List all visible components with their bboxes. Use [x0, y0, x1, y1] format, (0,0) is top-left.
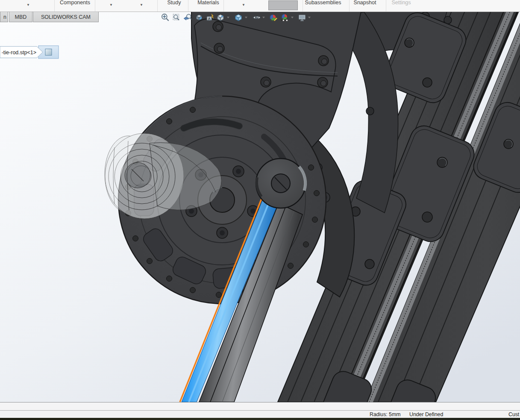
svg-text:A: A: [208, 17, 211, 21]
ribbon-separator: [188, 0, 188, 12]
view-settings-icon[interactable]: [297, 13, 307, 22]
ribbon: Components Study Materials Subassemblies…: [0, 0, 520, 12]
selection-breadcrumb[interactable]: -tie-rod.stp<1>: [0, 45, 61, 61]
chevron-down-icon[interactable]: ▼: [241, 3, 246, 7]
zoom-to-fit-icon[interactable]: [161, 13, 170, 22]
ribbon-button-materials[interactable]: Materials: [190, 0, 226, 7]
chevron-down-icon[interactable]: ▼: [26, 3, 31, 7]
display-style-icon[interactable]: [234, 13, 243, 22]
ribbon-button-study[interactable]: Study: [160, 0, 188, 7]
ribbon-preview-box[interactable]: [268, 0, 298, 10]
apply-scene-icon[interactable]: [280, 13, 289, 22]
status-bar: Radius: 5mm Under Defined Cust: [0, 410, 520, 418]
chevron-down-icon[interactable]: ▼: [109, 3, 114, 7]
hide-show-items-icon[interactable]: [252, 13, 261, 22]
zoom-to-area-icon[interactable]: [172, 13, 181, 22]
chevron-down-icon[interactable]: [308, 17, 311, 18]
tab-clipped[interactable]: n: [0, 12, 8, 22]
model-canvas[interactable]: [0, 12, 520, 402]
status-definition-state: Under Defined: [409, 411, 443, 417]
ribbon-separator: [386, 0, 386, 12]
ribbon-button-components[interactable]: Components: [55, 0, 95, 7]
chevron-down-icon[interactable]: [227, 17, 229, 18]
chevron-down-icon[interactable]: [291, 17, 294, 18]
bottom-edge-strip: [0, 418, 520, 420]
part-icon[interactable]: [45, 49, 52, 56]
tab-solidworks-cam[interactable]: SOLIDWORKS CAM: [33, 12, 99, 22]
chevron-down-icon[interactable]: ▼: [139, 3, 144, 7]
chevron-down-icon[interactable]: [262, 17, 265, 18]
edit-appearance-icon[interactable]: [269, 13, 278, 22]
section-view-icon[interactable]: [194, 13, 204, 22]
chevron-down-icon[interactable]: [245, 17, 247, 18]
previous-view-icon[interactable]: [183, 13, 192, 22]
solidworks-window: { "ribbon": { "items": [ {"label": "Comp…: [0, 0, 520, 420]
viewport-3d[interactable]: [0, 12, 520, 402]
annotation-views-icon[interactable]: A: [206, 13, 215, 22]
lower-strip: [0, 402, 520, 410]
status-measurement: Radius: 5mm: [370, 411, 400, 417]
ribbon-separator: [157, 0, 158, 12]
ribbon-button-settings: Settings: [387, 0, 416, 7]
hub-joint[interactable]: [256, 159, 306, 208]
view-orientation-icon[interactable]: [216, 13, 225, 22]
ribbon-button-snapshot[interactable]: Snapshot: [346, 0, 384, 7]
ribbon-button-subassemblies[interactable]: Subassemblies: [299, 0, 347, 7]
selected-component-name[interactable]: -tie-rod.stp<1>: [2, 50, 36, 56]
tab-mbd[interactable]: MBD: [9, 12, 32, 22]
status-right-clipped: Cust: [508, 411, 519, 417]
